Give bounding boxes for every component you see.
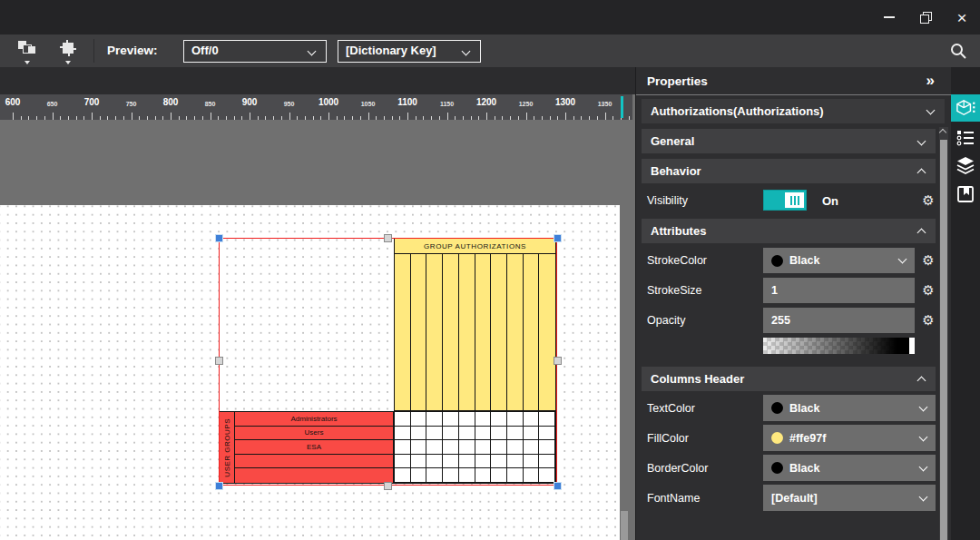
ruler-tick <box>115 116 116 120</box>
close-icon: × <box>956 9 966 26</box>
minimize-button[interactable] <box>871 0 907 34</box>
property-value: 255 <box>771 314 790 327</box>
arrange-button[interactable] <box>14 38 41 64</box>
gear-icon[interactable]: ⚙ <box>918 282 938 299</box>
gear-icon[interactable]: ⚙ <box>918 252 938 269</box>
side-icon-strip <box>951 67 980 540</box>
toolbar: Preview: Off/0 [Dictionary Key] <box>0 34 980 67</box>
scrollbar-thumb[interactable] <box>940 140 947 540</box>
restore-button[interactable] <box>907 0 944 34</box>
resize-handle[interactable] <box>384 482 392 490</box>
ruler-label: 1150 <box>440 101 454 107</box>
ruler-tick <box>83 116 84 120</box>
scroll-up-icon <box>939 129 946 136</box>
ruler-tick <box>147 116 148 120</box>
ruler-tick <box>211 113 211 120</box>
ruler-label: 800 <box>163 97 179 107</box>
dictionary-key-dropdown[interactable]: [Dictionary Key] <box>338 40 481 63</box>
ruler-tick <box>605 113 606 120</box>
ruler-tick <box>194 116 195 120</box>
slider-handle[interactable] <box>909 338 915 354</box>
ruler-tick <box>431 116 432 120</box>
ruler-tick <box>573 116 574 120</box>
resize-handle[interactable] <box>554 357 562 365</box>
selected-object-dropdown[interactable]: Authorizations(Authorizations) <box>642 99 945 123</box>
ruler-tick <box>297 116 298 120</box>
textcolor-dropdown[interactable]: Black <box>763 395 936 421</box>
ruler-tick <box>123 116 124 120</box>
properties-scrollbar[interactable] <box>939 127 948 540</box>
ruler-tick <box>53 113 54 120</box>
ruler-tick <box>384 116 385 120</box>
ruler-label: 1200 <box>476 97 496 107</box>
collapse-panel-button[interactable]: » <box>926 72 933 90</box>
gear-icon[interactable]: ⚙ <box>918 312 938 329</box>
ruler-tick <box>250 113 250 120</box>
ruler-tick <box>463 116 464 120</box>
selection-rectangle[interactable] <box>219 238 557 486</box>
ruler-tick <box>423 116 424 120</box>
report-pages-icon <box>956 185 975 203</box>
property-row-fillcolor: FillColor#ffe97f <box>636 425 952 451</box>
close-button[interactable]: × <box>944 0 980 34</box>
design-canvas[interactable]: 6006507007508008509009501000105011001150… <box>0 67 635 540</box>
section-label: Columns Header <box>651 372 744 386</box>
ruler-tick <box>629 116 630 120</box>
resize-handle[interactable] <box>215 482 223 490</box>
ruler-tick <box>92 113 93 120</box>
opacity-input[interactable]: 255 <box>763 308 915 333</box>
property-value: #ffe97f <box>789 432 826 445</box>
section-header-attributes[interactable]: Attributes <box>642 219 936 243</box>
property-value: 1 <box>771 284 778 297</box>
chevron-down-icon <box>919 402 928 411</box>
panel-tab-layers[interactable] <box>951 152 980 178</box>
resize-handle[interactable] <box>554 482 562 490</box>
toggle-knob <box>785 192 804 208</box>
gear-icon[interactable]: ⚙ <box>918 192 938 209</box>
opacity-gradient-slider[interactable] <box>763 338 915 354</box>
ruler-tick <box>320 116 321 120</box>
ruler-label: 1000 <box>318 97 338 107</box>
section-header-behavior[interactable]: Behavior <box>642 159 936 183</box>
panel-tab-report-pages[interactable] <box>951 182 980 207</box>
section-header-general[interactable]: General <box>642 129 936 153</box>
ruler-tick <box>305 116 306 120</box>
property-value: [Default] <box>771 492 818 505</box>
panel-tab-properties-cube[interactable] <box>951 94 980 122</box>
preview-dropdown-value: Off/0 <box>191 44 219 57</box>
color-swatch <box>771 255 783 267</box>
panel-tab-structure-list[interactable] <box>951 125 980 151</box>
ruler-tick <box>21 116 22 120</box>
structure-list-icon <box>956 129 975 147</box>
ruler-tick <box>612 116 613 120</box>
resize-handle[interactable] <box>215 234 223 242</box>
ruler-label: 1250 <box>519 101 534 107</box>
fontname-dropdown[interactable]: [Default] <box>763 485 936 511</box>
resize-handle[interactable] <box>554 234 562 242</box>
resize-handle[interactable] <box>215 357 223 365</box>
ruler-tick <box>439 116 440 120</box>
ruler-tick <box>557 116 558 120</box>
canvas-vertical-scrollbar[interactable] <box>621 511 628 540</box>
ruler-tick <box>76 116 77 120</box>
property-value: Black <box>789 462 819 475</box>
bordercolor-dropdown[interactable]: Black <box>763 455 936 481</box>
ruler-tick <box>589 116 590 120</box>
preview-dropdown[interactable]: Off/0 <box>183 40 327 63</box>
crop-button[interactable] <box>54 38 82 64</box>
ruler-tick <box>44 116 45 120</box>
ruler-tick <box>352 116 353 120</box>
property-label: StrokeSize <box>647 284 701 297</box>
search-button[interactable] <box>949 42 967 60</box>
fillcolor-dropdown[interactable]: #ffe97f <box>763 425 936 451</box>
property-label: StrokeColor <box>647 254 707 267</box>
visibility-toggle[interactable] <box>763 190 807 211</box>
strokesize-input[interactable]: 1 <box>763 278 915 303</box>
ruler-tick <box>68 116 69 120</box>
ruler: 6006507007508008509009501000105011001150… <box>0 94 632 120</box>
section-header-columns-header[interactable]: Columns Header <box>642 367 936 391</box>
section-label: General <box>651 134 694 148</box>
resize-handle[interactable] <box>384 234 392 242</box>
strokecolor-dropdown[interactable]: Black <box>763 248 915 273</box>
ruler-label: 1050 <box>361 101 376 107</box>
